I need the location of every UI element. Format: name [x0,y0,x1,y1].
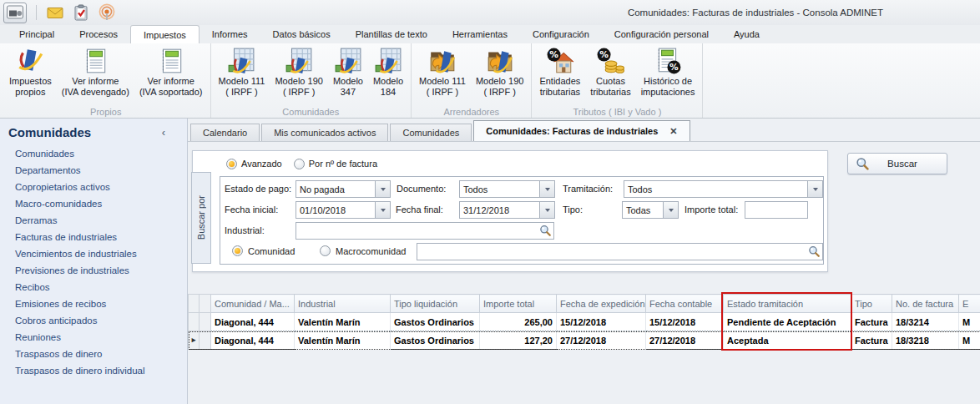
radio-comunidad[interactable] [232,245,243,256]
model-sheet-icon [374,47,402,75]
fecha-final-dropdown[interactable]: 31/12/2018 [459,201,555,219]
tab-mis-comunicados-activos[interactable]: Mis comunicados activos [261,124,388,141]
column-header-fecha-expedicion[interactable]: Fecha de expedición [557,295,646,313]
ribbon-item-cuotas-tributarias[interactable]: Cuotastributarias [585,46,635,106]
menu-tab-herramientas[interactable]: Herramientas [440,25,520,43]
ribbon-item-modelo-347[interactable]: Modelo347 [328,46,368,106]
tipo-dropdown[interactable]: Todas [622,201,679,219]
row-selector-header [200,295,211,313]
menu-tab-configuracion[interactable]: Configuración [520,25,602,43]
column-header-industrial[interactable]: Industrial [295,295,391,313]
sidebar-item-departamentos[interactable]: Departamentos [0,162,187,179]
comunidad-input[interactable] [417,243,823,260]
column-header-importe-total[interactable]: Importe total [480,295,557,313]
ribbon-item-ver-informe-iva-soportado[interactable]: Ver informe(IVA soportado) [134,46,208,106]
industrial-input[interactable] [296,222,554,240]
column-header-tipo-liquidacion[interactable]: Tipo liquidación [391,295,480,313]
sidebar-item-emisiones-de-recibos[interactable]: Emisiones de recibos [0,295,187,312]
mail-button[interactable] [46,3,64,22]
tab-comunidades-facturas-de-industriales[interactable]: Comunidades: Facturas de industriales ✕ [473,120,690,141]
menu-tab-ayuda[interactable]: Ayuda [721,25,772,43]
sidebar-item-copropietarios-activos[interactable]: Copropietarios activos [0,179,187,195]
sidebar-item-derramas[interactable]: Derramas [0,212,187,229]
documento-dropdown[interactable]: Todos [459,180,555,198]
ribbon-item-impuestos-propios[interactable]: Impuestospropios [4,46,57,106]
menu-tab-configuracion-personal[interactable]: Configuración personal [602,25,721,43]
buscar-button[interactable]: Buscar [847,153,947,174]
close-tab-icon[interactable]: ✕ [669,126,677,137]
radio-macrocomunidad[interactable] [320,245,331,256]
sidebar-item-macro-comunidades[interactable]: Macro-comunidades [0,195,187,212]
sidebar-item-recibos[interactable]: Recibos [0,279,187,295]
column-header-fecha-contable[interactable]: Fecha contable [646,295,724,313]
search-fields-box: Estado de pago: No pagada Documento: Tod… [220,176,824,265]
menu-tab-informes[interactable]: Informes [200,25,260,43]
sidebar-item-previsiones-de-industriales[interactable]: Previsiones de industriales [0,262,187,279]
sidebar-item-comunidades[interactable]: Comunidades [0,145,187,162]
application-window: Comunidades: Facturas de industriales - … [0,0,980,404]
house-percent-icon [546,47,574,75]
ribbon-group-comunidades: Modelo 111( IRPF ) Modelo 190( IRPF ) Mo… [211,43,412,118]
column-header-no-de-factura[interactable]: No. de factura [892,295,959,313]
column-header-estado-tramitacion[interactable]: Estado tramitación [724,295,851,313]
dropdown-arrow-icon [539,202,554,218]
radio-por-numero-factura[interactable] [294,159,305,169]
column-header-tipo[interactable]: Tipo [851,295,892,313]
magnifier-icon [856,157,870,171]
table-row[interactable]: Diagonal, 444 Valentín Marín Gastos Ordi… [189,313,980,331]
magnifier-icon [539,225,552,237]
sidebar-collapse-icon[interactable]: ‹ [162,126,165,139]
industrial-label: Industrial: [225,222,265,240]
ribbon-item-historico-de-imputaciones[interactable]: Histórico deimputaciones [636,46,700,106]
folder-model-icon [428,47,457,75]
row-indicator-cell [189,313,200,331]
ribbon-item-ver-informe-iva-devengado[interactable]: Ver informe(IVA devengado) [57,46,134,106]
broadcast-button[interactable] [98,3,116,22]
tab-comunidades[interactable]: Comunidades [390,124,472,141]
menu-tab-datos-basicos[interactable]: Datos básicos [260,25,343,43]
ribbon-item-modelo-190-comunidades[interactable]: Modelo 190( IRPF ) [270,46,328,106]
main-area: Calendario Mis comunicados activos Comun… [188,119,980,404]
sidebar-item-vencimientos-de-industriales[interactable]: Vencimientos de industriales [0,245,187,262]
radio-macrocomunidad-label: Macrocomunidad [336,243,406,260]
menu-tab-procesos[interactable]: Procesos [67,25,130,43]
ribbon-group-label: Propios [4,106,208,117]
ribbon-item-modelo-111-comunidades[interactable]: Modelo 111( IRPF ) [214,46,270,106]
column-header-truncated[interactable]: E [959,295,980,313]
dropdown-arrow-icon [539,181,554,197]
estado-de-pago-dropdown[interactable]: No pagada [296,180,391,198]
ribbon-item-modelo-184[interactable]: Modelo184 [368,46,408,106]
radio-avanzado[interactable] [226,159,237,169]
importe-total-input[interactable] [745,201,808,219]
column-header-comunidad[interactable]: Comunidad / Ma... [211,295,295,313]
folder-model-icon [486,47,514,75]
buscar-por-side-tab[interactable]: Buscar por [191,172,211,264]
sidebar-title: Comunidades [8,125,162,139]
comunidad-lookup-button[interactable] [807,245,821,259]
broadcast-icon [98,3,116,22]
menu-tab-principal[interactable]: Principal [7,25,67,43]
dropdown-arrow-icon [375,181,390,197]
industrial-lookup-button[interactable] [538,224,553,238]
tab-calendario[interactable]: Calendario [190,124,260,141]
app-icon [6,4,24,21]
tipo-label: Tipo: [563,201,583,219]
tasks-button[interactable] [72,3,90,22]
sidebar-item-facturas-de-industriales[interactable]: Facturas de industriales [0,229,187,245]
sidebar-item-traspasos-de-dinero[interactable]: Traspasos de dinero [0,346,187,362]
app-menu-button[interactable] [3,3,27,23]
ribbon-item-modelo-111-arrendadores[interactable]: Modelo 111( IRPF ) [414,46,471,106]
sidebar-item-reuniones[interactable]: Reuniones [0,329,187,346]
fecha-inicial-dropdown[interactable]: 01/10/2018 [296,201,391,219]
aeat-logo-icon [16,47,44,75]
sidebar-item-traspasos-de-dinero-individual[interactable]: Traspasos de dinero individual [0,362,187,379]
ribbon: Impuestospropios Ver informe(IVA devenga… [0,43,980,119]
ribbon-item-modelo-190-arrendadores[interactable]: Modelo 190( IRPF ) [471,46,529,106]
table-row-selected[interactable]: ▸ Diagonal, 444 Valentín Marín Gastos Or… [189,331,980,350]
sidebar-item-cobros-anticipados[interactable]: Cobros anticipados [0,312,187,329]
menu-tab-impuestos[interactable]: Impuestos [130,25,200,43]
radio-avanzado-label: Avanzado [241,159,282,169]
tramitacion-dropdown[interactable]: Todos [624,180,823,198]
ribbon-item-entidades-tributarias[interactable]: Entidadestributarias [534,46,585,106]
menu-tab-plantillas-de-texto[interactable]: Plantillas de texto [343,25,440,43]
